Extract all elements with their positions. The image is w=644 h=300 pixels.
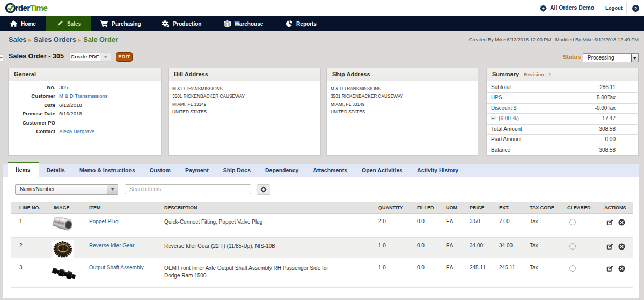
svg-text:rderTime: rderTime xyxy=(16,3,48,12)
svg-text:?: ? xyxy=(634,6,637,11)
